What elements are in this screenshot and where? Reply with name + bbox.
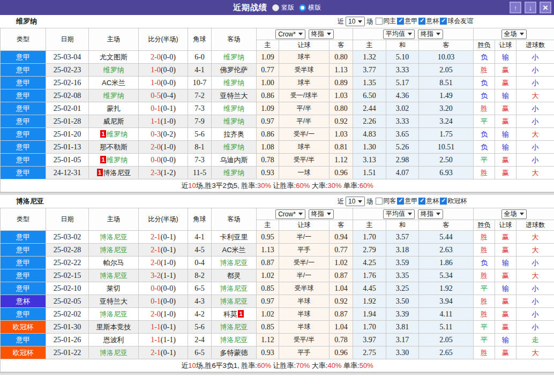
date-cell: 25-01-28 bbox=[46, 115, 89, 128]
score-cell: 2-0(0-0) bbox=[139, 51, 188, 64]
chevron-down-icon bbox=[327, 213, 331, 215]
away-team-cell: 维罗纳 bbox=[212, 141, 257, 154]
corners-cell: 4-1 bbox=[188, 64, 212, 77]
halftime-score: (1-2) bbox=[161, 169, 176, 177]
full-match-select[interactable]: 全场 bbox=[501, 29, 527, 39]
red-card-badge: 1 bbox=[100, 130, 106, 138]
date-cell: 25-02-02 bbox=[46, 308, 89, 321]
handicap-line: 受平/半 bbox=[279, 334, 330, 346]
filter-checkbox-同主[interactable]: 同主 bbox=[376, 17, 396, 26]
col-header-away: 客场 bbox=[212, 28, 257, 51]
crow-home-odds: 1.00 bbox=[257, 77, 279, 89]
avg-draw-odds: 4.36 bbox=[386, 89, 419, 102]
col-header-corner: 角球 bbox=[188, 28, 212, 51]
corners-cell: 8-2 bbox=[188, 269, 212, 282]
match-count-select[interactable]: 10 bbox=[346, 197, 365, 206]
crow-final-odds-select[interactable]: 终指 bbox=[309, 29, 334, 39]
move-up-button[interactable]: ↑ bbox=[510, 2, 521, 13]
corners-cell: 11-5 bbox=[188, 167, 212, 179]
team-name: 卡利亚里 bbox=[220, 233, 248, 241]
handicap-result: 输 bbox=[495, 282, 516, 295]
team-name: 里斯本竞技 bbox=[96, 323, 131, 331]
handicap-line: 受平/半 bbox=[279, 154, 330, 167]
away-team-cell: 多特蒙德 bbox=[212, 346, 257, 359]
goals-result: 小 bbox=[516, 115, 554, 128]
summary-segment: 30% bbox=[327, 182, 341, 190]
filter-checkboxes: 同主意甲意杯球会友谊 bbox=[375, 17, 473, 26]
handicap-result: 赢 bbox=[495, 64, 516, 77]
crow-away-odds: 0.80 bbox=[330, 102, 353, 115]
avg-home-odds: 4.83 bbox=[353, 128, 386, 141]
fulltime-score: 2-0 bbox=[151, 53, 161, 61]
home-team-cell: 维罗纳 bbox=[89, 64, 139, 77]
filter-checkbox-同客[interactable]: 同客 bbox=[376, 197, 396, 206]
avg-home-odds: 1.70 bbox=[353, 321, 386, 334]
match-count-select[interactable]: 10 bbox=[346, 17, 365, 26]
subcol-avg-draw: 和 bbox=[386, 220, 419, 231]
crow-final-odds-select[interactable]: 终指 bbox=[309, 209, 334, 219]
crow-home-odds: 0.97 bbox=[257, 115, 279, 128]
average-odds-select[interactable]: 平均值 bbox=[383, 29, 415, 39]
checkbox-checked-icon bbox=[397, 198, 404, 205]
match-row: 意杯25-02-05亚特兰大0-1(0-0)4-3博洛尼亚0.97半球0.921… bbox=[1, 295, 554, 308]
arrow-down-icon: ↓ bbox=[529, 4, 533, 12]
home-team-cell: 帕尔马 bbox=[89, 257, 139, 269]
match-row: 欧冠杯25-01-30里斯本竞技1-1(0-1)5-6博洛尼亚0.85半球1.0… bbox=[1, 321, 554, 334]
team-name: 博洛尼亚 bbox=[220, 284, 248, 292]
avg-draw-odds: 3.17 bbox=[386, 334, 419, 346]
score-cell: 2-0(1-0) bbox=[139, 141, 188, 154]
goals-result: 小 bbox=[516, 77, 554, 89]
col-header-corner: 角球 bbox=[188, 208, 212, 231]
corners-cell: 10-7 bbox=[188, 77, 212, 89]
filter-checkbox-意甲[interactable]: 意甲 bbox=[397, 197, 417, 206]
filter-checkbox-意杯[interactable]: 意杯 bbox=[418, 197, 439, 206]
goals-result: 小 bbox=[516, 321, 554, 334]
match-row: 意甲25-02-23维罗纳1-0(0-0)4-1佛罗伦萨0.77受半球1.133… bbox=[1, 64, 554, 77]
avg-away-odds: 2.63 bbox=[419, 244, 474, 257]
filter-suffix: 场 bbox=[366, 17, 373, 26]
match-row: 意甲25-03-02博洛尼亚2-1(0-1)4-1卡利亚里0.95半/一0.94… bbox=[1, 231, 554, 244]
filter-row: 博洛尼亚 近 10 场 同客意甲意杯欧冠杯 bbox=[0, 195, 554, 208]
filter-checkbox-欧冠杯[interactable]: 欧冠杯 bbox=[440, 197, 467, 206]
avg-home-odds: 1.30 bbox=[353, 141, 386, 154]
team-name: AC米兰 bbox=[102, 79, 125, 87]
date-cell: 25-02-05 bbox=[46, 295, 89, 308]
avg-home-odds: 4.45 bbox=[353, 282, 386, 295]
avg-final-odds-select[interactable]: 终指 bbox=[418, 209, 443, 219]
home-team-cell: 亚特兰大 bbox=[89, 295, 139, 308]
halftime-score: (0-0) bbox=[161, 53, 176, 61]
handicap-line: 受半/一 bbox=[279, 257, 330, 269]
filter-checkbox-球会友谊[interactable]: 球会友谊 bbox=[440, 17, 473, 26]
halftime-score: (0-4) bbox=[161, 92, 176, 100]
avg-away-odds: 3.24 bbox=[419, 115, 474, 128]
avg-home-odds: 1.76 bbox=[353, 269, 386, 282]
radio-vertical-layout[interactable]: 竖版 bbox=[272, 3, 294, 12]
bookmaker-select[interactable]: Crow* bbox=[275, 209, 305, 219]
match-count-value: 10 bbox=[348, 18, 355, 25]
filter-checkbox-意杯[interactable]: 意杯 bbox=[418, 17, 439, 26]
team-name: 维罗纳 bbox=[107, 156, 128, 164]
filter-checkboxes: 同客意甲意杯欧冠杯 bbox=[375, 197, 467, 206]
filter-checkbox-意甲[interactable]: 意甲 bbox=[397, 17, 417, 26]
date-cell: 25-02-28 bbox=[46, 244, 89, 257]
team-name: 那不勒斯 bbox=[100, 143, 128, 151]
filter-prefix: 近 bbox=[338, 197, 344, 206]
avg-home-odds: 1.32 bbox=[353, 51, 386, 64]
goals-result: 小 bbox=[516, 154, 554, 167]
radio-horizontal-layout[interactable]: 横版 bbox=[299, 3, 321, 12]
handicap-line: 平手 bbox=[279, 346, 330, 359]
close-button[interactable]: ✕ bbox=[540, 2, 551, 13]
average-odds-select[interactable]: 平均值 bbox=[383, 209, 415, 219]
home-team-cell: 1博洛尼亚 bbox=[89, 167, 139, 179]
avg-final-odds-select[interactable]: 终指 bbox=[418, 29, 443, 39]
subcol-goals: 进球数 bbox=[516, 220, 554, 231]
handicap-line: 球半 bbox=[279, 77, 330, 89]
team-name: 乌迪内斯 bbox=[220, 156, 248, 164]
team-section-verona: 维罗纳 近 10 场 同主意甲意杯球会友谊 类型 日 bbox=[0, 15, 554, 192]
bookmaker-select[interactable]: Crow* bbox=[275, 29, 305, 39]
radio-selected-icon bbox=[272, 4, 279, 11]
move-down-button[interactable]: ↓ bbox=[525, 2, 536, 13]
avg-draw-odds: 4.07 bbox=[386, 167, 419, 179]
full-match-select[interactable]: 全场 bbox=[501, 209, 527, 219]
crow-home-odds: 0.86 bbox=[257, 89, 279, 102]
